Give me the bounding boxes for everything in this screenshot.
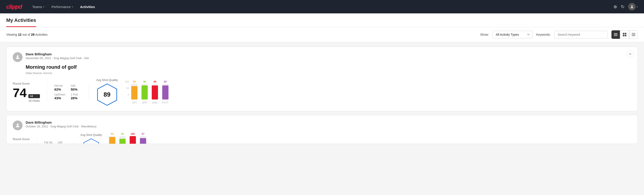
fw-hit-label-2: FW Hit — [44, 141, 52, 144]
nav-item-teams[interactable]: Teams ▾ — [29, 3, 48, 10]
bar-value-arg: 106 — [131, 132, 135, 135]
user-name-1: Dave Billingham — [26, 52, 631, 56]
shot-quality-section: Avg Shot Quality 89 100 — [89, 78, 631, 106]
user-menu[interactable]: ▾ — [628, 3, 638, 10]
svg-rect-8 — [632, 33, 635, 34]
list-compact-view-button[interactable] — [612, 30, 620, 39]
logo[interactable]: clippd — [6, 3, 22, 10]
activity-card-2: Dave Billingham October 16, 2021 · Gog M… — [6, 115, 638, 144]
bar-axis-arg: ARG — [152, 101, 158, 104]
bar-outer-putt — [162, 84, 168, 100]
svg-rect-4 — [623, 33, 624, 34]
bar-inner-ott — [131, 86, 138, 100]
round-score-value: 74 — [13, 86, 26, 99]
edit-button-1[interactable]: ✏ — [627, 50, 634, 58]
svg-rect-1 — [614, 33, 618, 34]
holes-label: 18 Holes — [28, 99, 40, 102]
add-icon[interactable]: ⊕ — [614, 4, 617, 9]
bar-outer-app — [142, 84, 148, 100]
one-putt-value: 28% — [71, 96, 82, 100]
bar-col-arg: 89ARG — [152, 80, 158, 104]
round-score-label: Round Score — [13, 82, 40, 85]
bar-outer-arg — [152, 84, 158, 100]
round-score-section: Round Score 74 +4 18 Holes — [13, 82, 47, 102]
up-down-label: Up/Down — [54, 93, 66, 96]
shot-stats-section: FW Hit 62% GIR 50% Up/Down 43% 1 Putt 28… — [47, 84, 89, 100]
activity-title-1: Morning round of golf — [13, 64, 631, 70]
nav-links: Teams ▾ Performance ▾ Activities — [29, 3, 606, 10]
fw-hit-value: 62% — [54, 88, 66, 91]
page-header: My Activities — [0, 14, 644, 27]
bar-inner-putt — [140, 138, 146, 144]
avg-shot-quality-label: Avg Shot Quality — [96, 78, 118, 82]
viewing-text: Viewing 12 out of 29 Activities — [6, 33, 48, 36]
bar-col-ott: 94OTT — [109, 132, 115, 144]
bar-value-arg: 89 — [154, 80, 156, 83]
bar-outer-ott — [131, 84, 138, 100]
bar-value-ott: 85 — [133, 80, 136, 83]
score-badge: +4 — [28, 94, 40, 98]
user-name-2: Dave Billingham — [26, 120, 631, 124]
svg-point-14 — [17, 124, 18, 126]
bar-value-putt: 87 — [142, 132, 144, 135]
svg-point-0 — [631, 5, 633, 7]
list-detailed-view-button[interactable] — [629, 30, 638, 39]
svg-rect-11 — [632, 36, 635, 36]
bar-inner-putt — [162, 86, 168, 99]
round-score-value-2: — — [13, 142, 22, 144]
performance-chevron-icon: ▾ — [72, 6, 73, 8]
bar-inner-arg — [152, 86, 158, 99]
bar-axis-ott: OTT — [132, 101, 137, 104]
bar-outer-app — [120, 136, 126, 144]
bar-value-app: 90 — [143, 80, 146, 83]
user-meta-1: December 05, 2021 · Gog Magog Golf Club … — [26, 56, 631, 60]
show-label: Show: — [480, 33, 489, 36]
bar-axis-putt: PUTT — [162, 101, 168, 104]
avatar-2 — [13, 120, 22, 130]
hex-score-2: — — [84, 138, 99, 144]
svg-marker-15 — [84, 138, 99, 144]
hex-score: 89 — [97, 84, 117, 106]
activity-type-select[interactable]: All Activity Types — [492, 31, 533, 38]
one-putt-label: 1 Putt — [71, 93, 82, 96]
bar-value-app: 83 — [121, 132, 124, 135]
bar-col-app: 90APP — [142, 80, 148, 104]
navbar: clippd Teams ▾ Performance ▾ Activities … — [0, 0, 644, 14]
avg-shot-quality-label-2: Avg Shot Quality — [80, 133, 102, 136]
bar-value-putt: 89 — [164, 80, 167, 83]
search-input[interactable] — [554, 31, 608, 38]
bar-value-ott: 94 — [111, 132, 114, 135]
bar-col-arg: 106ARG — [130, 132, 136, 144]
bar-outer-arg — [130, 136, 136, 144]
nav-item-activities[interactable]: Activities — [77, 3, 98, 10]
fw-hit-label: FW Hit — [54, 84, 66, 88]
card-header-1: Dave Billingham December 05, 2021 · Gog … — [13, 52, 631, 62]
svg-rect-3 — [614, 36, 618, 36]
y-axis: 100 50 0 — [125, 80, 130, 96]
nav-item-performance[interactable]: Performance ▾ — [48, 3, 76, 10]
up-down-value: 43% — [54, 96, 66, 100]
filter-bar: Viewing 12 out of 29 Activities Show: Al… — [0, 27, 644, 42]
round-score-label-2: Round Score — [13, 138, 30, 141]
bar-outer-ott — [109, 136, 115, 144]
svg-rect-5 — [625, 33, 626, 34]
data-source-1: Data Source: Arccos — [13, 72, 631, 75]
gir-label: GIR — [71, 84, 82, 88]
grid-view-button[interactable] — [620, 30, 629, 39]
view-toggle — [612, 30, 638, 39]
page-title: My Activities — [6, 18, 36, 23]
gir-label-2: GIR — [58, 141, 66, 144]
svg-rect-6 — [623, 35, 624, 36]
card-stats-1: Round Score 74 +4 18 Holes FW Hit 62% — [13, 78, 631, 106]
bar-col-ott: 85OTT — [131, 80, 138, 104]
card-header-2: Dave Billingham October 16, 2021 · Gog M… — [13, 120, 631, 130]
chart-bars-2: 94OTT83APP106ARG87PUTT — [109, 132, 146, 144]
refresh-icon[interactable]: ↻ — [621, 4, 624, 9]
user-info-1: Dave Billingham December 05, 2021 · Gog … — [26, 52, 631, 60]
gir-value: 50% — [71, 88, 82, 91]
bar-col-putt: 87PUTT — [140, 132, 146, 144]
bar-inner-app — [142, 86, 148, 100]
bar-chart: 100 50 0 85OTT90APP89ARG89PUTT — [125, 80, 168, 104]
chart-bars: 85OTT90APP89ARG89PUTT — [131, 80, 168, 104]
teams-chevron-icon: ▾ — [43, 6, 44, 8]
